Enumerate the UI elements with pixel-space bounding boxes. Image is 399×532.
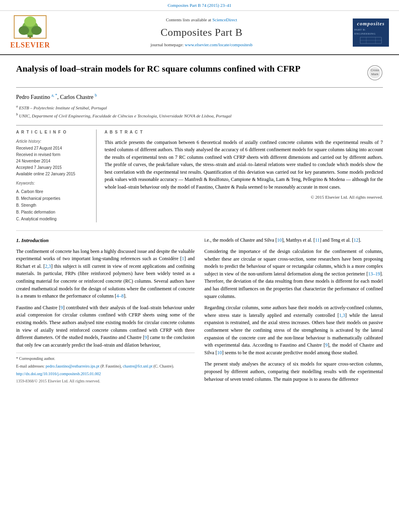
keyword-3: B. Strength — [16, 202, 90, 209]
affiliation-b: b UNIC, Department of Civil Engineering,… — [16, 112, 383, 119]
abstract-heading: A B S T R A C T — [105, 129, 383, 136]
body-para-right-4: The present study analyses the accuracy … — [204, 360, 383, 383]
email-label: E-mail addresses: — [16, 364, 45, 368]
svg-text:Cross: Cross — [371, 68, 379, 72]
article-dates: Received 27 August 2014 Received in revi… — [16, 145, 90, 177]
journal-top-bar: Composites Part B 74 (2015) 23–41 — [0, 0, 399, 11]
svg-point-4 — [24, 16, 36, 27]
ref-10[interactable]: 10 — [277, 237, 282, 243]
ref-11[interactable]: 11 — [315, 237, 320, 243]
composites-logo-graphic — [355, 36, 387, 45]
abstract-col: A B S T R A C T This article presents th… — [105, 129, 383, 222]
sciencedirect-label: Contents lists available at — [166, 17, 211, 22]
ref-1[interactable]: 1 — [182, 256, 184, 261]
page: Composites Part B 74 (2015) 23–41 ELSEVI… — [0, 0, 399, 532]
affil-b-text: UNIC, Department of Civil Engineering, F… — [19, 113, 231, 118]
article-history-label: Article history: — [16, 139, 90, 145]
issn-line: 1359-8368/© 2015 Elsevier Ltd. All right… — [16, 378, 195, 384]
sciencedirect-line: Contents lists available at ScienceDirec… — [166, 17, 237, 23]
article-title-section: Analysis of load–strain models for RC sq… — [16, 63, 383, 88]
article-title: Analysis of load–strain models for RC sq… — [16, 63, 367, 75]
keyword-2: B. Mechanical properties — [16, 195, 90, 202]
main-content: Analysis of load–strain models for RC sq… — [0, 55, 399, 395]
header-center: Contents lists available at ScienceDirec… — [56, 15, 347, 50]
keyword-5: C. Analytical modelling — [16, 216, 90, 222]
doi-link[interactable]: http://dx.doi.org/10.1016/j.compositesb.… — [16, 372, 101, 376]
author-sup-a: a, * — [51, 93, 57, 97]
body-content: 1. Introduction The confinement of concr… — [16, 230, 383, 387]
homepage-link[interactable]: www.elsevier.com/locate/compositesb — [185, 42, 253, 47]
crossmark-icon: Cross Mark — [367, 65, 383, 81]
sciencedirect-link[interactable]: ScienceDirect — [212, 17, 237, 22]
authors-line: Pedro Faustino a, *, Carlos Chastre b — [16, 92, 383, 101]
ref-9c[interactable]: 9 — [325, 342, 328, 348]
ref-23[interactable]: 2,3 — [45, 263, 51, 269]
affil-sup-b: b — [16, 112, 18, 116]
crossmark-badge: Cross Mark — [367, 63, 383, 83]
two-col-body: 1. Introduction The confinement of concr… — [16, 236, 383, 387]
svg-point-2 — [19, 26, 29, 35]
composites-logo: composites Part B: Engineering — [353, 18, 389, 47]
ref-9[interactable]: 9 — [61, 305, 63, 310]
email-line: E-mail addresses: pedro.faustino@estbarr… — [16, 363, 195, 370]
ref-48[interactable]: 4–8 — [117, 293, 124, 299]
affiliation-a: a ESTB – Polytechnic Institute of Setúba… — [16, 104, 383, 111]
svg-text:Mark: Mark — [371, 72, 379, 76]
journal-title: Composites Part B — [160, 25, 243, 40]
ref-9b[interactable]: 9 — [144, 335, 147, 340]
header-right: composites Part B: Engineering — [351, 15, 391, 50]
journal-volume-text: Composites Part B 74 (2015) 23–41 — [168, 3, 232, 8]
corresponding-author-note: * Corresponding author. — [16, 355, 195, 362]
ref-12[interactable]: 12 — [354, 237, 358, 243]
article-info-abstract-section: A R T I C L E I N F O Article history: R… — [16, 125, 383, 222]
body-col-left: 1. Introduction The confinement of concr… — [16, 236, 195, 387]
body-col-right: i.e., the models of Chastre and Silva [1… — [204, 236, 383, 387]
corresponding-author-label: * Corresponding author. — [16, 356, 55, 361]
email2-link[interactable]: chastre@fct.unl.pt — [123, 364, 152, 368]
body-para-right-3: Regarding circular columns, some authors… — [204, 304, 383, 356]
copyright-line: © 2015 Elsevier Ltd. All rights reserved… — [105, 194, 383, 201]
homepage-label: journal homepage: — [150, 42, 183, 47]
affil-a-text: ESTB – Polytechnic Institute of Setúbal,… — [19, 105, 107, 110]
ref-10b[interactable]: 10 — [217, 350, 222, 355]
article-info-heading: A R T I C L E I N F O — [16, 129, 90, 136]
ref-13[interactable]: 1,3 — [339, 312, 345, 318]
body-para-right-1: i.e., the models of Chastre and Silva [1… — [204, 236, 383, 244]
elsevier-logo: ELSEVIER — [10, 15, 50, 50]
section1-title: 1. Introduction — [16, 236, 195, 244]
composites-logo-sub: Part B: Engineering — [354, 28, 387, 36]
affil-sup-a: a — [16, 104, 18, 108]
body-para-2: Faustino and Chastre [9] contributed wit… — [16, 304, 195, 349]
body-para-1: The confinement of concrete has long bee… — [16, 248, 195, 300]
journal-homepage: journal homepage: www.elsevier.com/locat… — [150, 42, 252, 48]
elsevier-text: ELSEVIER — [10, 40, 50, 50]
abstract-text: This article presents the comparison bet… — [105, 139, 383, 191]
email1-link[interactable]: pedro.faustino@estbarreiro.ips.pt — [45, 364, 99, 368]
email2-author: (C. Chastre). — [153, 364, 174, 368]
keywords-label: Keywords: — [16, 181, 90, 187]
svg-point-3 — [31, 26, 42, 35]
author-sup-b: b — [95, 93, 97, 97]
body-para-right-2: Considering the importance of the design… — [204, 248, 383, 300]
footnote-section: * Corresponding author. E-mail addresses… — [16, 353, 195, 384]
header-left: ELSEVIER — [8, 15, 52, 50]
keyword-4: B. Plastic deformation — [16, 209, 90, 216]
email1-author: (P. Faustino), — [101, 364, 122, 368]
ref-1319[interactable]: 13–19 — [368, 271, 380, 277]
keyword-1: A. Carbon fibre — [16, 188, 90, 195]
header-section: ELSEVIER Contents lists available at Sci… — [0, 11, 399, 55]
elsevier-tree-icon — [12, 15, 48, 39]
article-info-col: A R T I C L E I N F O Article history: R… — [16, 129, 97, 222]
composites-logo-text: composites — [357, 20, 385, 28]
doi-line[interactable]: http://dx.doi.org/10.1016/j.compositesb.… — [16, 371, 195, 377]
